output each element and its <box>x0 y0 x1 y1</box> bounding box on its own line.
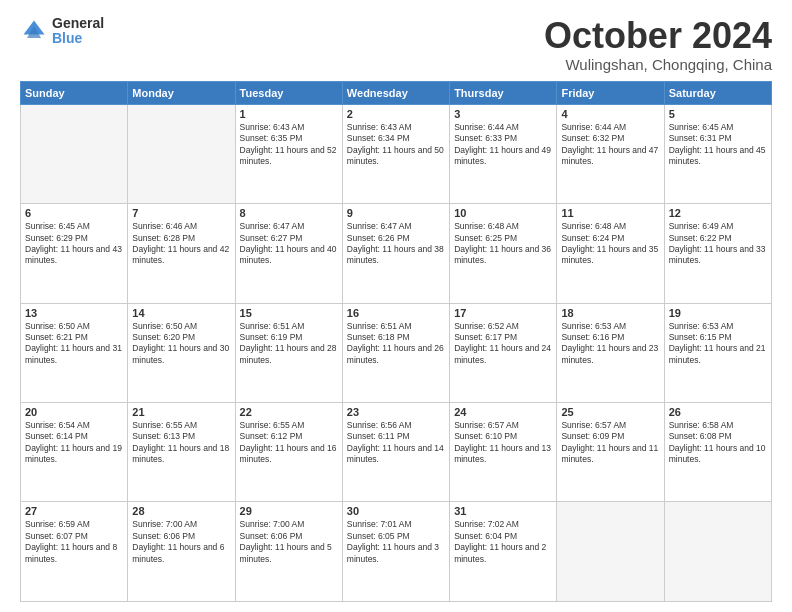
day-number: 31 <box>454 505 552 517</box>
calendar-cell: 5Sunrise: 6:45 AMSunset: 6:31 PMDaylight… <box>664 104 771 203</box>
logo-text: General Blue <box>52 16 104 47</box>
day-info: Sunrise: 6:56 AMSunset: 6:11 PMDaylight:… <box>347 420 445 466</box>
day-number: 30 <box>347 505 445 517</box>
weekday-header-monday: Monday <box>128 81 235 104</box>
day-number: 2 <box>347 108 445 120</box>
day-number: 7 <box>132 207 230 219</box>
calendar-cell: 11Sunrise: 6:48 AMSunset: 6:24 PMDayligh… <box>557 204 664 303</box>
calendar-cell: 22Sunrise: 6:55 AMSunset: 6:12 PMDayligh… <box>235 403 342 502</box>
weekday-header-saturday: Saturday <box>664 81 771 104</box>
day-number: 5 <box>669 108 767 120</box>
calendar-cell: 27Sunrise: 6:59 AMSunset: 6:07 PMDayligh… <box>21 502 128 602</box>
day-info: Sunrise: 7:00 AMSunset: 6:06 PMDaylight:… <box>240 519 338 565</box>
month-title: October 2024 <box>544 16 772 56</box>
day-number: 8 <box>240 207 338 219</box>
location-subtitle: Wulingshan, Chongqing, China <box>544 56 772 73</box>
calendar-cell: 13Sunrise: 6:50 AMSunset: 6:21 PMDayligh… <box>21 303 128 402</box>
day-info: Sunrise: 7:00 AMSunset: 6:06 PMDaylight:… <box>132 519 230 565</box>
day-info: Sunrise: 6:49 AMSunset: 6:22 PMDaylight:… <box>669 221 767 267</box>
day-number: 23 <box>347 406 445 418</box>
calendar-cell: 26Sunrise: 6:58 AMSunset: 6:08 PMDayligh… <box>664 403 771 502</box>
day-number: 3 <box>454 108 552 120</box>
day-number: 10 <box>454 207 552 219</box>
day-info: Sunrise: 6:52 AMSunset: 6:17 PMDaylight:… <box>454 321 552 367</box>
day-info: Sunrise: 6:50 AMSunset: 6:20 PMDaylight:… <box>132 321 230 367</box>
calendar-cell: 15Sunrise: 6:51 AMSunset: 6:19 PMDayligh… <box>235 303 342 402</box>
week-row-3: 13Sunrise: 6:50 AMSunset: 6:21 PMDayligh… <box>21 303 772 402</box>
day-info: Sunrise: 6:48 AMSunset: 6:24 PMDaylight:… <box>561 221 659 267</box>
logo-icon <box>20 17 48 45</box>
calendar-cell: 9Sunrise: 6:47 AMSunset: 6:26 PMDaylight… <box>342 204 449 303</box>
day-info: Sunrise: 6:48 AMSunset: 6:25 PMDaylight:… <box>454 221 552 267</box>
day-number: 15 <box>240 307 338 319</box>
day-number: 11 <box>561 207 659 219</box>
week-row-1: 1Sunrise: 6:43 AMSunset: 6:35 PMDaylight… <box>21 104 772 203</box>
day-number: 1 <box>240 108 338 120</box>
day-number: 26 <box>669 406 767 418</box>
calendar-cell: 29Sunrise: 7:00 AMSunset: 6:06 PMDayligh… <box>235 502 342 602</box>
day-info: Sunrise: 6:53 AMSunset: 6:16 PMDaylight:… <box>561 321 659 367</box>
weekday-header-row: SundayMondayTuesdayWednesdayThursdayFrid… <box>21 81 772 104</box>
calendar-cell: 18Sunrise: 6:53 AMSunset: 6:16 PMDayligh… <box>557 303 664 402</box>
calendar-cell: 20Sunrise: 6:54 AMSunset: 6:14 PMDayligh… <box>21 403 128 502</box>
calendar-cell: 28Sunrise: 7:00 AMSunset: 6:06 PMDayligh… <box>128 502 235 602</box>
day-number: 9 <box>347 207 445 219</box>
day-number: 21 <box>132 406 230 418</box>
logo: General Blue <box>20 16 104 47</box>
day-info: Sunrise: 6:44 AMSunset: 6:33 PMDaylight:… <box>454 122 552 168</box>
calendar-cell: 19Sunrise: 6:53 AMSunset: 6:15 PMDayligh… <box>664 303 771 402</box>
day-number: 25 <box>561 406 659 418</box>
weekday-header-thursday: Thursday <box>450 81 557 104</box>
day-number: 4 <box>561 108 659 120</box>
calendar-table: SundayMondayTuesdayWednesdayThursdayFrid… <box>20 81 772 602</box>
day-number: 27 <box>25 505 123 517</box>
day-info: Sunrise: 6:54 AMSunset: 6:14 PMDaylight:… <box>25 420 123 466</box>
day-info: Sunrise: 6:51 AMSunset: 6:19 PMDaylight:… <box>240 321 338 367</box>
calendar-cell: 2Sunrise: 6:43 AMSunset: 6:34 PMDaylight… <box>342 104 449 203</box>
calendar-cell: 16Sunrise: 6:51 AMSunset: 6:18 PMDayligh… <box>342 303 449 402</box>
calendar-cell: 12Sunrise: 6:49 AMSunset: 6:22 PMDayligh… <box>664 204 771 303</box>
day-info: Sunrise: 6:55 AMSunset: 6:13 PMDaylight:… <box>132 420 230 466</box>
calendar-cell: 4Sunrise: 6:44 AMSunset: 6:32 PMDaylight… <box>557 104 664 203</box>
day-info: Sunrise: 6:47 AMSunset: 6:26 PMDaylight:… <box>347 221 445 267</box>
day-number: 6 <box>25 207 123 219</box>
day-info: Sunrise: 6:57 AMSunset: 6:10 PMDaylight:… <box>454 420 552 466</box>
day-number: 18 <box>561 307 659 319</box>
day-info: Sunrise: 7:01 AMSunset: 6:05 PMDaylight:… <box>347 519 445 565</box>
day-number: 12 <box>669 207 767 219</box>
page: General Blue October 2024 Wulingshan, Ch… <box>0 0 792 612</box>
day-info: Sunrise: 6:47 AMSunset: 6:27 PMDaylight:… <box>240 221 338 267</box>
day-number: 22 <box>240 406 338 418</box>
calendar-cell: 8Sunrise: 6:47 AMSunset: 6:27 PMDaylight… <box>235 204 342 303</box>
logo-blue: Blue <box>52 31 104 46</box>
weekday-header-friday: Friday <box>557 81 664 104</box>
calendar-cell <box>21 104 128 203</box>
day-number: 29 <box>240 505 338 517</box>
calendar-cell <box>664 502 771 602</box>
weekday-header-sunday: Sunday <box>21 81 128 104</box>
calendar-cell <box>557 502 664 602</box>
calendar-cell: 25Sunrise: 6:57 AMSunset: 6:09 PMDayligh… <box>557 403 664 502</box>
day-info: Sunrise: 6:53 AMSunset: 6:15 PMDaylight:… <box>669 321 767 367</box>
day-info: Sunrise: 6:43 AMSunset: 6:35 PMDaylight:… <box>240 122 338 168</box>
day-info: Sunrise: 6:44 AMSunset: 6:32 PMDaylight:… <box>561 122 659 168</box>
calendar-cell: 23Sunrise: 6:56 AMSunset: 6:11 PMDayligh… <box>342 403 449 502</box>
calendar-cell <box>128 104 235 203</box>
day-info: Sunrise: 6:45 AMSunset: 6:31 PMDaylight:… <box>669 122 767 168</box>
day-number: 14 <box>132 307 230 319</box>
calendar-cell: 3Sunrise: 6:44 AMSunset: 6:33 PMDaylight… <box>450 104 557 203</box>
header: General Blue October 2024 Wulingshan, Ch… <box>20 16 772 73</box>
calendar-cell: 7Sunrise: 6:46 AMSunset: 6:28 PMDaylight… <box>128 204 235 303</box>
day-number: 17 <box>454 307 552 319</box>
calendar-header: SundayMondayTuesdayWednesdayThursdayFrid… <box>21 81 772 104</box>
week-row-2: 6Sunrise: 6:45 AMSunset: 6:29 PMDaylight… <box>21 204 772 303</box>
calendar-cell: 6Sunrise: 6:45 AMSunset: 6:29 PMDaylight… <box>21 204 128 303</box>
day-info: Sunrise: 6:50 AMSunset: 6:21 PMDaylight:… <box>25 321 123 367</box>
weekday-header-wednesday: Wednesday <box>342 81 449 104</box>
week-row-4: 20Sunrise: 6:54 AMSunset: 6:14 PMDayligh… <box>21 403 772 502</box>
calendar-cell: 17Sunrise: 6:52 AMSunset: 6:17 PMDayligh… <box>450 303 557 402</box>
day-number: 24 <box>454 406 552 418</box>
title-block: October 2024 Wulingshan, Chongqing, Chin… <box>544 16 772 73</box>
calendar-cell: 1Sunrise: 6:43 AMSunset: 6:35 PMDaylight… <box>235 104 342 203</box>
day-info: Sunrise: 6:46 AMSunset: 6:28 PMDaylight:… <box>132 221 230 267</box>
